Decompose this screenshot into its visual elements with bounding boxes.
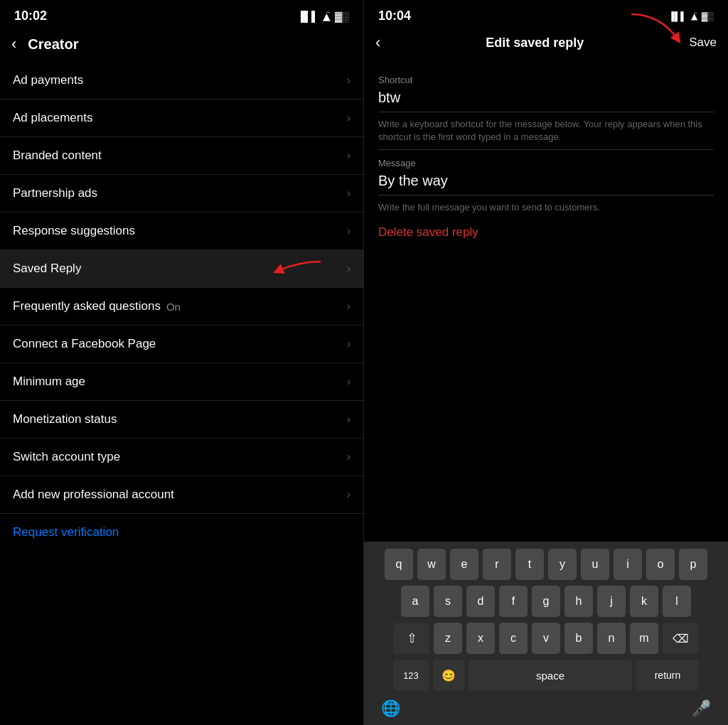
key-123[interactable]: 123 — [393, 660, 429, 691]
key-return[interactable]: return — [636, 660, 699, 691]
key-space[interactable]: space — [469, 660, 632, 691]
key-j[interactable]: j — [597, 586, 626, 617]
menu-item-connect-facebook[interactable]: Connect a Facebook Page › — [0, 326, 363, 363]
shortcut-value[interactable]: btw — [378, 90, 714, 106]
keyboard-bottom-row: 🌐 🎤 — [367, 694, 725, 721]
key-l[interactable]: l — [663, 586, 691, 617]
key-b[interactable]: b — [564, 623, 593, 654]
page-title-left: Creator — [28, 36, 78, 53]
chevron-icon: › — [347, 149, 350, 162]
keyboard-row-3: ⇧ z x c v b n m ⌫ — [367, 623, 725, 654]
menu-item-ad-payments[interactable]: Ad payments › — [0, 62, 363, 100]
menu-item-label: Ad placements — [13, 111, 92, 125]
signal-icon: ▐▌▌ — [297, 11, 318, 22]
key-u[interactable]: u — [581, 549, 609, 580]
shortcut-label: Shortcut — [378, 75, 714, 85]
right-panel: 10:04 ▐▌▌ ▲̈ ▓░ ‹ Edit saved reply Save … — [364, 0, 728, 725]
mic-icon[interactable]: 🎤 — [692, 699, 711, 718]
faq-badge: On — [166, 301, 181, 313]
keyboard-row-1: q w e r t y u i o p — [367, 549, 725, 580]
status-icons-right: ▐▌▌ ▲̈ ▓░ — [668, 11, 714, 21]
nav-title-right: Edit saved reply — [486, 36, 584, 50]
menu-item-label: Saved Reply — [13, 262, 81, 276]
status-icons-left: ▐▌▌ ▲̈ ▓░ — [297, 11, 349, 22]
shortcut-hint: Write a keyboard shortcut for the messag… — [378, 118, 714, 144]
globe-icon[interactable]: 🌐 — [381, 699, 400, 718]
key-delete[interactable]: ⌫ — [663, 623, 698, 654]
key-w[interactable]: w — [417, 549, 446, 580]
message-hint: Write the full message you want to send … — [378, 201, 714, 214]
chevron-icon: › — [347, 187, 350, 200]
status-bar-left: 10:02 ▐▌▌ ▲̈ ▓░ — [0, 0, 363, 29]
menu-item-saved-reply[interactable]: Saved Reply › — [0, 250, 363, 288]
menu-item-response-suggestions[interactable]: Response suggestions › — [0, 213, 363, 250]
key-k[interactable]: k — [630, 586, 658, 617]
menu-item-monetization-status[interactable]: Monetization status › — [0, 401, 363, 439]
menu-item-label: Response suggestions — [13, 224, 135, 238]
key-shift[interactable]: ⇧ — [394, 623, 429, 654]
menu-item-switch-account[interactable]: Switch account type › — [0, 439, 363, 476]
divider-2 — [378, 149, 714, 150]
key-z[interactable]: z — [434, 623, 462, 654]
message-value[interactable]: By the way — [378, 173, 714, 189]
key-i[interactable]: i — [614, 549, 642, 580]
menu-list: Ad payments › Ad placements › Branded co… — [0, 62, 363, 725]
key-r[interactable]: r — [483, 549, 511, 580]
menu-item-faqs[interactable]: Frequently asked questions On › — [0, 288, 363, 326]
wifi-icon-right: ▲̈ — [691, 11, 697, 21]
keyboard-row-4: 123 😊 space return — [367, 660, 725, 691]
save-area: Save — [689, 36, 717, 50]
back-icon-left[interactable]: ‹ — [11, 35, 16, 53]
chevron-icon: › — [347, 375, 350, 388]
chevron-icon: › — [347, 451, 350, 463]
key-a[interactable]: a — [401, 586, 429, 617]
key-q[interactable]: q — [385, 549, 413, 580]
nav-back-right[interactable]: ‹ — [375, 33, 380, 52]
menu-item-minimum-age[interactable]: Minimum age › — [0, 363, 363, 401]
battery-icon: ▓░ — [335, 11, 349, 22]
back-header-left: ‹ Creator — [0, 29, 363, 62]
key-x[interactable]: x — [466, 623, 495, 654]
time-left: 10:02 — [14, 9, 47, 23]
key-n[interactable]: n — [597, 623, 626, 654]
nav-bar-right: ‹ Edit saved reply Save — [364, 29, 728, 60]
key-m[interactable]: m — [630, 623, 658, 654]
divider-1 — [378, 112, 714, 112]
keyboard: q w e r t y u i o p a s d f g h j k l ⇧ … — [364, 542, 728, 725]
menu-item-request-verification[interactable]: Request verification — [0, 514, 363, 551]
menu-item-label: Monetization status — [13, 412, 117, 426]
key-o[interactable]: o — [646, 549, 675, 580]
faq-left: Frequently asked questions On — [13, 299, 347, 313]
key-y[interactable]: y — [548, 549, 577, 580]
key-emoji[interactable]: 😊 — [433, 660, 464, 691]
key-s[interactable]: s — [434, 586, 462, 617]
wifi-icon: ▲̈ — [323, 11, 331, 22]
signal-icon-right: ▐▌▌ — [668, 11, 687, 21]
delete-saved-reply-button[interactable]: Delete saved reply — [378, 225, 714, 240]
key-d[interactable]: d — [466, 586, 495, 617]
divider-3 — [378, 195, 714, 195]
key-v[interactable]: v — [532, 623, 560, 654]
menu-item-label: Partnership ads — [13, 186, 97, 200]
keyboard-row-2: a s d f g h j k l — [367, 586, 725, 617]
key-e[interactable]: e — [450, 549, 478, 580]
key-f[interactable]: f — [499, 586, 528, 617]
menu-item-label: Switch account type — [13, 450, 120, 464]
key-t[interactable]: t — [515, 549, 544, 580]
menu-item-label: Ad payments — [13, 73, 83, 87]
key-p[interactable]: p — [679, 549, 707, 580]
chevron-icon: › — [347, 225, 350, 237]
menu-item-label: Frequently asked questions — [13, 299, 161, 313]
menu-item-add-professional[interactable]: Add new professional account › — [0, 476, 363, 514]
menu-item-partnership-ads[interactable]: Partnership ads › — [0, 175, 363, 213]
menu-item-branded-content[interactable]: Branded content › — [0, 137, 363, 175]
menu-item-label: Minimum age — [13, 375, 85, 389]
nav-save-button[interactable]: Save — [689, 36, 717, 49]
key-h[interactable]: h — [564, 586, 593, 617]
chevron-icon: › — [347, 112, 350, 124]
chevron-icon: › — [347, 74, 350, 87]
menu-item-ad-placements[interactable]: Ad placements › — [0, 100, 363, 137]
time-right: 10:04 — [378, 9, 411, 23]
key-g[interactable]: g — [532, 586, 560, 617]
key-c[interactable]: c — [499, 623, 528, 654]
